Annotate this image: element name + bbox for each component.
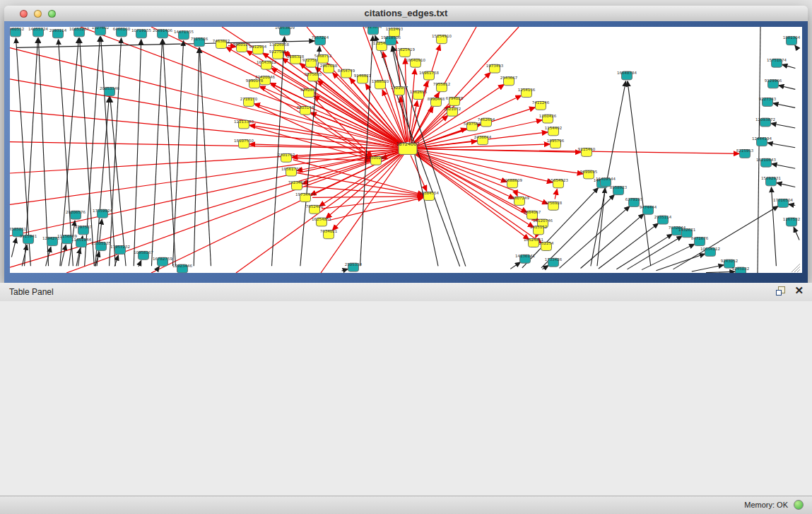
node-label: 9699695: [580, 170, 597, 174]
node-label: 9245032: [732, 267, 749, 271]
node-label: 9756928: [545, 201, 563, 205]
node-label: 7852401: [306, 204, 323, 209]
black-edge[interactable]: [11, 238, 16, 257]
node-label: 2543667: [500, 76, 517, 80]
zoom-window-button[interactable]: [48, 10, 56, 18]
red-edge[interactable]: [10, 48, 408, 149]
red-edge[interactable]: [415, 149, 739, 154]
node-label: 14671355: [174, 30, 194, 34]
black-edge[interactable]: [782, 64, 796, 68]
black-edge[interactable]: [163, 40, 175, 266]
black-edge[interactable]: [767, 143, 795, 148]
black-edge[interactable]: [779, 86, 796, 90]
red-edge[interactable]: [304, 187, 423, 196]
black-edge[interactable]: [510, 262, 520, 269]
node-label: 7515526: [191, 37, 208, 41]
node-label: 1160426: [539, 114, 557, 118]
black-edge[interactable]: [151, 40, 162, 266]
black-edge[interactable]: [342, 269, 348, 271]
status-bar: Memory: OK: [0, 496, 812, 514]
black-edge[interactable]: [139, 261, 141, 267]
black-edge[interactable]: [616, 234, 672, 269]
black-edge[interactable]: [795, 45, 798, 49]
black-edge[interactable]: [60, 38, 79, 266]
black-edge[interactable]: [771, 124, 795, 129]
node-label: 2967608: [320, 64, 338, 68]
black-edge[interactable]: [375, 35, 460, 266]
close-panel-icon[interactable]: ✕: [794, 286, 804, 296]
application-screen: citations_edges.txt 18300295746382299601…: [0, 0, 812, 514]
red-edge[interactable]: [329, 197, 424, 220]
node-label: 8215953: [736, 148, 754, 153]
node-label: 2505334: [345, 262, 363, 267]
red-edge[interactable]: [251, 127, 371, 160]
node-label: 7955812: [433, 82, 450, 86]
black-edge[interactable]: [194, 48, 199, 267]
red-edge[interactable]: [414, 152, 538, 221]
black-edge[interactable]: [656, 254, 705, 271]
memory-status-label: Memory: OK: [744, 501, 788, 509]
node-label: 1615152: [530, 225, 547, 229]
table-panel-titlebar: Table Panel ✕: [0, 283, 812, 302]
red-edge[interactable]: [10, 149, 408, 205]
black-edge[interactable]: [559, 206, 630, 269]
node-label: 8585051: [10, 227, 26, 231]
node-label: 1733426: [545, 257, 563, 262]
red-edge[interactable]: [312, 197, 423, 198]
black-edge[interactable]: [692, 265, 724, 271]
black-edge[interactable]: [591, 81, 626, 267]
node-label: 10958167: [134, 250, 153, 255]
node-label: 10688609: [502, 178, 522, 182]
node-label: 9797587: [75, 225, 92, 229]
minimize-window-button[interactable]: [34, 10, 42, 18]
black-edge[interactable]: [777, 183, 795, 187]
node-label: 12444194: [752, 136, 772, 141]
black-edge[interactable]: [38, 38, 48, 266]
network-canvas[interactable]: 1830029574638229960125891293413226058912…: [10, 27, 802, 273]
window-titlebar[interactable]: citations_edges.txt: [4, 6, 808, 22]
node-label: 17359924: [93, 209, 112, 213]
black-edge[interactable]: [101, 37, 116, 266]
resize-grip-icon[interactable]: [794, 267, 800, 272]
close-window-button[interactable]: [20, 10, 28, 18]
node-label: 9474444: [640, 205, 657, 209]
black-edge[interactable]: [772, 164, 795, 168]
red-edge[interactable]: [321, 149, 408, 273]
node-label: 1167532: [783, 217, 800, 221]
node-label: 9227343: [759, 97, 777, 101]
black-edge[interactable]: [199, 48, 211, 267]
node-label: 12923446: [172, 264, 192, 268]
node-label: 15692931: [761, 176, 781, 180]
black-edge[interactable]: [758, 27, 760, 273]
node-label: 16053809: [275, 27, 295, 30]
node-label: 7634021: [320, 229, 337, 233]
node-label: 10653267: [69, 27, 89, 31]
black-edge[interactable]: [272, 37, 285, 266]
node-label: 1362615: [410, 90, 427, 94]
black-edge[interactable]: [110, 98, 126, 267]
black-edge[interactable]: [59, 40, 73, 266]
node-label: 7857224: [312, 35, 329, 40]
node-label: 7623402: [288, 180, 305, 185]
red-edge[interactable]: [332, 154, 403, 230]
black-edge[interactable]: [706, 271, 735, 272]
memory-ok-indicator-icon: [794, 500, 804, 510]
node-label: 5468712: [314, 54, 331, 58]
node-label: 15751074: [767, 58, 787, 62]
black-edge[interactable]: [159, 267, 160, 267]
node-label: 12093872: [755, 117, 775, 122]
black-edge[interactable]: [25, 38, 38, 266]
black-edge[interactable]: [134, 40, 141, 266]
node-label: 2684067: [524, 210, 541, 214]
black-edge[interactable]: [789, 204, 795, 206]
node-label: 1254136: [518, 88, 536, 92]
black-edge[interactable]: [773, 103, 795, 107]
black-edge[interactable]: [794, 227, 799, 240]
resize-grip-icon[interactable]: [797, 269, 800, 272]
red-edge[interactable]: [555, 189, 557, 199]
node-label: 2301702: [278, 153, 295, 157]
node-label: 7462604: [478, 117, 495, 122]
red-edge[interactable]: [319, 153, 402, 206]
float-panel-icon[interactable]: [776, 286, 786, 296]
node-label: 18107550: [234, 139, 254, 143]
